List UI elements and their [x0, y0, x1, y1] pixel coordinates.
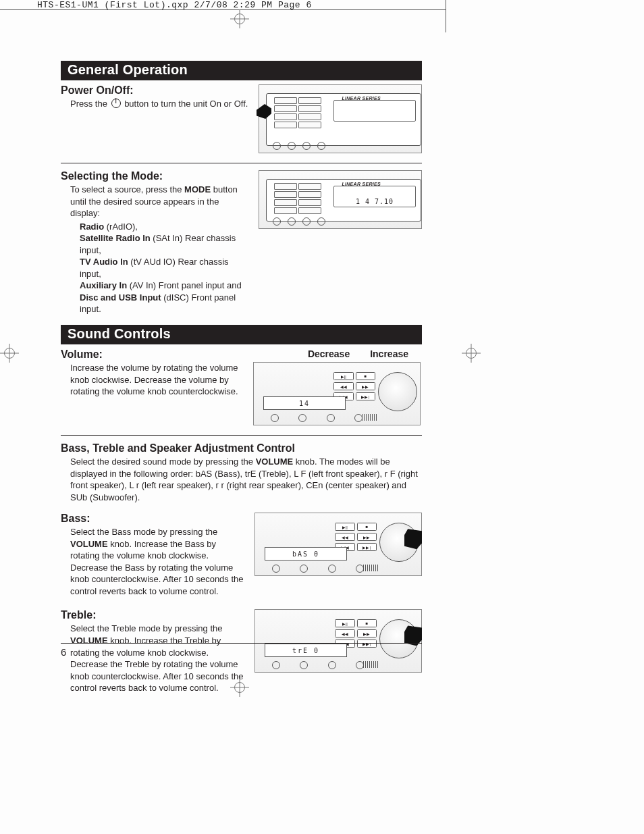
- figure-volume: ▶||■◀◀▶▶|◀◀▶▶| 14: [253, 362, 421, 425]
- volume-direction-labels: Decrease Increase: [253, 348, 422, 359]
- text-volume: Increase the volume by rotating the volu…: [70, 362, 245, 398]
- text-power-a: Press the: [70, 99, 110, 109]
- text-bte: Select the desired sound mode by pressin…: [70, 456, 422, 503]
- block-mode: Selecting the Mode: To select a source, …: [61, 170, 422, 315]
- page-content: General Operation Power On/Off: Press th…: [61, 61, 422, 700]
- section-bar-general-operation: General Operation: [61, 61, 422, 80]
- section-bar-sound-controls: Sound Controls: [61, 325, 422, 344]
- block-bte: Bass, Treble and Speaker Adjustment Cont…: [61, 442, 422, 503]
- cropmark-rule-v: [446, 0, 446, 32]
- heading-power: Power On/Off:: [61, 84, 250, 97]
- block-power: Power On/Off: Press the button to turn t…: [61, 84, 422, 153]
- heading-bass: Bass:: [61, 513, 246, 525]
- heading-bte: Bass, Treble and Speaker Adjustment Cont…: [61, 442, 422, 454]
- heading-treble: Treble:: [61, 609, 246, 621]
- figure-lcd: bAS 0: [265, 547, 347, 561]
- divider: [61, 435, 422, 436]
- text-power-b: button to turn the unit On or Off.: [122, 99, 248, 109]
- page-number: 6: [61, 643, 422, 658]
- heading-mode: Selecting the Mode:: [61, 170, 250, 182]
- block-volume: Volume: Increase the volume by rotating …: [61, 348, 422, 425]
- text-bass: Select the Bass mode by pressing the VOL…: [70, 526, 246, 597]
- cropmark-text: HTS-ES1-UM1 (First Lot).qxp 2/7/08 2:29 …: [37, 0, 312, 10]
- text-mode-intro: To select a source, press the MODE butto…: [70, 184, 250, 219]
- figure-lcd: 1 4 7.10: [333, 186, 416, 207]
- register-mark-left: [0, 344, 19, 363]
- volume-knob-icon: [378, 372, 417, 411]
- text-treble: Select the Treble mode by pressing the V…: [70, 623, 246, 694]
- text-power: Press the button to turn the unit On or …: [70, 98, 250, 110]
- figure-treble: ▶||■◀◀▶▶|◀◀▶▶| trE 0: [254, 609, 422, 673]
- divider: [61, 163, 422, 163]
- register-mark-right: [462, 344, 481, 363]
- block-bass: Bass: Select the Bass mode by pressing t…: [61, 513, 422, 597]
- label-decrease: Decrease: [308, 348, 350, 359]
- figure-mode: LINEAR SERIES 1 4 7.10: [259, 170, 422, 229]
- volume-knob-icon: [379, 523, 419, 562]
- power-icon: [111, 99, 121, 108]
- figure-power: LINEAR SERIES: [259, 84, 422, 153]
- label-increase: Increase: [370, 348, 408, 359]
- figure-lcd: [333, 100, 416, 122]
- register-mark-top: [230, 9, 249, 28]
- figure-bass: ▶||■◀◀▶▶|◀◀▶▶| bAS 0: [254, 513, 422, 576]
- heading-volume: Volume:: [61, 348, 245, 361]
- mode-list: Radio (rAdIO), Satellite Radio In (SAt I…: [80, 221, 250, 315]
- figure-lcd: 14: [263, 396, 346, 410]
